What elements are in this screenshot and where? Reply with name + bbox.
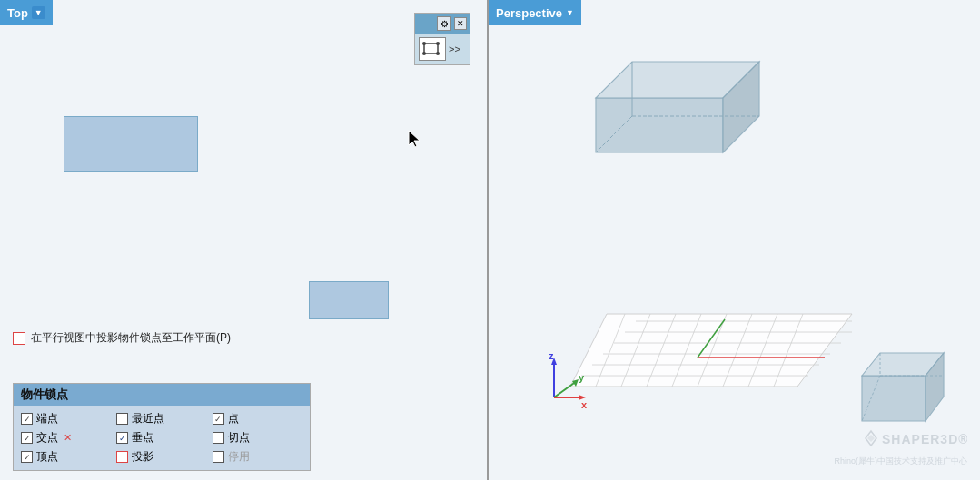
- svg-point-3: [422, 52, 426, 55]
- osnap-item-nearest: 最近点: [116, 411, 206, 426]
- osnap-checkbox-point[interactable]: [213, 413, 224, 425]
- svg-text:z: z: [549, 352, 554, 361]
- toolbar-body: >>: [415, 34, 470, 64]
- osnap-item-endpoint: 端点: [21, 411, 111, 426]
- svg-marker-5: [409, 131, 420, 147]
- osnap-label-perpendicular: 垂点: [132, 430, 153, 446]
- osnap-item-disable: 停用: [213, 449, 302, 465]
- osnap-label-tangent: 切点: [228, 430, 250, 446]
- osnap-panel: 物件锁点 端点 最近点 点 交点: [13, 383, 311, 471]
- osnap-label-point: 点: [228, 411, 239, 426]
- osnap-checkbox-vertex[interactable]: [21, 451, 33, 463]
- toolbar-titlebar: ⚙ ✕: [415, 14, 470, 34]
- top-view-object-1: [64, 116, 198, 172]
- osnap-checkbox-disable[interactable]: [213, 451, 224, 463]
- axis-indicator: z y x: [527, 352, 590, 418]
- right-viewport-title: Perspective: [496, 6, 562, 20]
- osnap-checkbox-perpendicular[interactable]: [116, 432, 128, 444]
- osnap-label-disable: 停用: [228, 449, 250, 465]
- right-viewport-dropdown[interactable]: ▼: [566, 8, 574, 17]
- svg-rect-0: [424, 44, 438, 54]
- right-viewport-header[interactable]: Perspective ▼: [489, 0, 581, 25]
- svg-marker-45: [867, 435, 875, 442]
- osnap-checkbox-intersection[interactable]: [21, 432, 33, 444]
- svg-point-2: [436, 42, 440, 45]
- svg-marker-6: [596, 98, 723, 152]
- osnap-checkbox-nearest[interactable]: [116, 413, 128, 425]
- toolbar-expand-icon[interactable]: >>: [449, 44, 460, 54]
- top-view-object-2: [309, 281, 389, 319]
- osnap-item-tangent: 切点: [213, 430, 302, 446]
- osnap-label-nearest: 最近点: [132, 411, 164, 426]
- osnap-checkbox-endpoint[interactable]: [21, 413, 33, 425]
- 3d-box-upper: [578, 34, 759, 162]
- gear-icon: ⚙: [441, 19, 449, 29]
- svg-marker-29: [862, 376, 926, 421]
- osnap-item-vertex: 顶点: [21, 449, 111, 465]
- right-viewport: Perspective ▼: [489, 0, 980, 480]
- osnap-label-vertex: 顶点: [36, 449, 58, 465]
- osnap-label-intersection: 交点: [36, 430, 58, 446]
- svg-line-38: [554, 381, 577, 397]
- osnap-panel-title: 物件锁点: [21, 387, 68, 401]
- brand-name: SHAPER3D®: [834, 426, 967, 456]
- svg-point-4: [436, 52, 440, 55]
- left-viewport: Top ▼ ⚙ ✕: [0, 0, 489, 480]
- osnap-checkbox-project[interactable]: [116, 451, 128, 463]
- snap-projection-row: 在平行视图中投影物件锁点至工作平面(P): [13, 330, 231, 346]
- close-icon: ✕: [457, 19, 464, 28]
- 3d-box-lower: [853, 326, 962, 426]
- osnap-label-project: 投影: [132, 449, 153, 465]
- cursor-icon: [407, 129, 423, 152]
- left-viewport-dropdown[interactable]: ▼: [32, 6, 45, 19]
- svg-text:x: x: [581, 399, 588, 410]
- osnap-panel-header: 物件锁点: [14, 384, 310, 406]
- svg-point-1: [422, 42, 426, 45]
- svg-text:SHAPER3D®: SHAPER3D®: [882, 432, 967, 446]
- toolbar-close-button[interactable]: ✕: [454, 17, 467, 30]
- x-mark-icon: ✕: [64, 432, 72, 444]
- svg-text:y: y: [579, 372, 585, 383]
- brand-subtitle: Rhino(犀牛)中国技术支持及推广中心: [834, 456, 967, 467]
- osnap-checkbox-tangent[interactable]: [213, 432, 224, 444]
- floating-toolbar: ⚙ ✕ >>: [414, 13, 470, 65]
- osnap-label-endpoint: 端点: [36, 411, 58, 426]
- left-viewport-title: Top: [7, 6, 28, 20]
- toolbar-snap-icon[interactable]: [419, 37, 446, 61]
- snap-projection-label: 在平行视图中投影物件锁点至工作平面(P): [31, 330, 231, 346]
- watermark: SHAPER3D® Rhino(犀牛)中国技术支持及推广中心: [834, 426, 967, 467]
- left-viewport-header[interactable]: Top ▼: [0, 0, 53, 25]
- osnap-item-intersection: 交点 ✕: [21, 430, 111, 446]
- osnap-grid: 端点 最近点 点 交点 ✕ 垂点: [14, 406, 310, 470]
- osnap-item-project: 投影: [116, 449, 206, 465]
- osnap-item-perpendicular: 垂点: [116, 430, 206, 446]
- osnap-item-point: 点: [213, 411, 302, 426]
- main-container: Top ▼ ⚙ ✕: [0, 0, 980, 480]
- snap-projection-checkbox[interactable]: [13, 332, 25, 345]
- toolbar-gear-button[interactable]: ⚙: [437, 16, 451, 31]
